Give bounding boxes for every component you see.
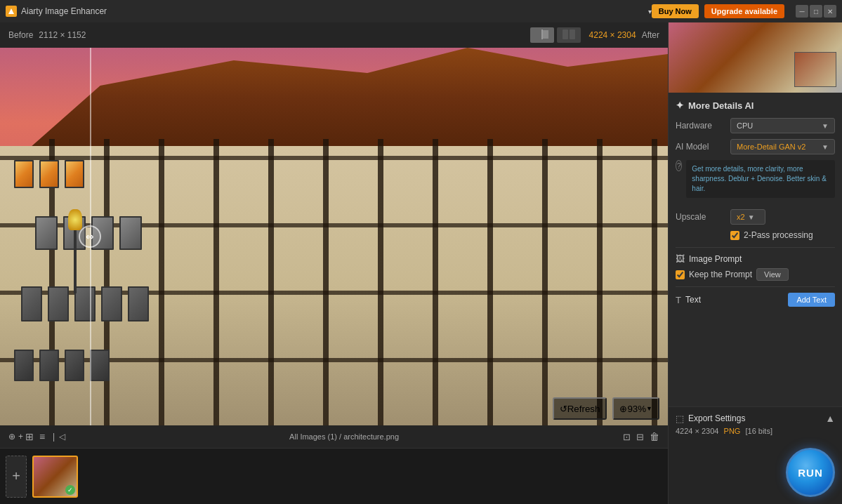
window bbox=[21, 286, 42, 321]
sparkle-icon: ✦ bbox=[676, 100, 684, 111]
image-slider-divider: ⇔ bbox=[90, 48, 91, 425]
refresh-button[interactable]: ↺ Refresh bbox=[553, 397, 607, 420]
window bbox=[128, 286, 149, 321]
run-button[interactable]: RUN bbox=[786, 448, 835, 497]
view-toggle-group bbox=[530, 27, 581, 43]
split-view-button[interactable] bbox=[530, 27, 554, 43]
main-area: Before 2112 × 1152 4224 × 2304 After bbox=[0, 22, 842, 504]
plus-icon: ⊕ bbox=[8, 432, 15, 442]
run-section: RUN bbox=[669, 441, 842, 504]
divider-2 bbox=[676, 286, 835, 287]
minimize-button[interactable]: ─ bbox=[796, 5, 808, 18]
right-icons: ⊡ ⊟ 🗑 bbox=[623, 431, 659, 442]
zoom-button[interactable]: ⊕ 93% ▼ bbox=[612, 397, 659, 420]
delete-icon[interactable]: 🗑 bbox=[650, 431, 659, 442]
svg-rect-4 bbox=[563, 29, 568, 39]
grid-view-button[interactable]: ⊞ bbox=[23, 430, 36, 443]
svg-rect-2 bbox=[543, 30, 548, 39]
buy-now-button[interactable]: Buy Now bbox=[652, 4, 699, 18]
check-badge: ✓ bbox=[65, 485, 75, 495]
window bbox=[119, 216, 142, 250]
windows-row-1 bbox=[14, 160, 84, 188]
before-label: Before bbox=[8, 30, 33, 40]
canvas-bottombar: ⊕ + ⊞ ≡ | ◁ All Images (1) / architectur… bbox=[0, 425, 668, 448]
add-button[interactable]: ⊕ + bbox=[8, 432, 23, 442]
fit-view-button[interactable]: ⊡ bbox=[623, 432, 631, 442]
text-title: Text bbox=[685, 295, 701, 305]
ai-model-select[interactable]: More-Detail GAN v2 ▼ bbox=[730, 139, 835, 154]
view-prompt-button[interactable]: View bbox=[756, 268, 789, 281]
upgrade-button[interactable]: Upgrade available bbox=[704, 4, 784, 18]
window bbox=[14, 350, 34, 381]
preview-thumbnail bbox=[669, 22, 842, 93]
two-pass-label: 2-Pass processing bbox=[744, 230, 813, 240]
upscale-select[interactable]: x2 ▼ bbox=[730, 209, 765, 225]
ai-model-chevron-icon: ▼ bbox=[822, 143, 829, 151]
window bbox=[101, 286, 122, 321]
building-beams bbox=[0, 139, 668, 425]
export-info: 4224 × 2304 PNG [16 bits] bbox=[676, 427, 835, 435]
file-path: All Images (1) / architecture.png bbox=[65, 432, 623, 441]
window bbox=[35, 216, 58, 250]
refresh-label: Refresh bbox=[567, 404, 600, 414]
model-description: Get more details, more clarity, more sha… bbox=[686, 160, 835, 198]
section-title: More Details AI bbox=[688, 100, 754, 111]
text-section-header: T Text Add Text bbox=[676, 293, 835, 307]
hardware-row: Hardware CPU ▼ bbox=[676, 118, 835, 133]
window bbox=[39, 160, 59, 188]
filmstrip-thumbnail[interactable]: ✓ bbox=[32, 456, 78, 498]
settings-panel: ✦ More Details AI Hardware CPU ▼ AI Mode… bbox=[669, 93, 842, 406]
hardware-chevron-icon: ▼ bbox=[822, 122, 829, 130]
canvas-area: Before 2112 × 1152 4224 × 2304 After bbox=[0, 22, 668, 504]
list-view-button[interactable]: ≡ bbox=[36, 430, 48, 443]
zoom-chevron-icon: ▼ bbox=[646, 405, 652, 412]
keep-prompt-checkbox[interactable] bbox=[676, 270, 685, 279]
canvas-image-container[interactable]: ⇔ ↺ Refresh ⊕ 93% ▼ bbox=[0, 48, 668, 425]
filmstrip-add-button[interactable]: + bbox=[6, 456, 27, 498]
resolution-after: 4224 × 2304 bbox=[589, 30, 636, 40]
ai-model-value: More-Detail GAN v2 bbox=[737, 142, 822, 151]
refresh-icon: ↺ bbox=[560, 404, 567, 414]
titlebar-actions: Buy Now Upgrade available ─ □ ✕ bbox=[652, 4, 836, 18]
canvas-overlay-controls: ↺ Refresh ⊕ 93% ▼ bbox=[553, 397, 659, 420]
help-icon[interactable]: ? bbox=[676, 160, 682, 171]
window bbox=[14, 160, 34, 188]
close-button[interactable]: ✕ bbox=[824, 5, 836, 18]
svg-rect-1 bbox=[536, 30, 541, 39]
export-title: Export Settings bbox=[688, 413, 821, 423]
side-by-side-button[interactable] bbox=[557, 27, 581, 43]
nav-back-icon: ◁ bbox=[59, 432, 65, 442]
right-panel: ✦ More Details AI Hardware CPU ▼ AI Mode… bbox=[668, 22, 842, 504]
hardware-label: Hardware bbox=[676, 121, 725, 131]
window bbox=[74, 286, 96, 321]
export-header: ⬚ Export Settings ▲ bbox=[676, 413, 835, 424]
app-logo bbox=[6, 6, 17, 17]
maximize-button[interactable]: □ bbox=[810, 5, 822, 18]
filmstrip: + ✓ bbox=[0, 448, 668, 504]
image-prompt-header: 🖼 Image Prompt bbox=[676, 253, 835, 264]
windows-row-4 bbox=[14, 350, 110, 381]
actual-size-button[interactable]: ⊟ bbox=[636, 432, 644, 442]
export-icon: ⬚ bbox=[676, 413, 684, 424]
upscale-label: Upscale bbox=[676, 212, 725, 222]
two-pass-checkbox[interactable] bbox=[730, 231, 739, 240]
lamp-post bbox=[74, 209, 77, 293]
window bbox=[65, 350, 84, 381]
image-prompt-title: Image Prompt bbox=[689, 254, 742, 264]
add-text-button[interactable]: Add Text bbox=[788, 293, 835, 307]
export-bits: [16 bits] bbox=[745, 427, 772, 435]
resolution-before: 2112 × 1152 bbox=[39, 30, 529, 40]
slider-handle[interactable]: ⇔ bbox=[79, 225, 101, 248]
two-pass-row: 2-Pass processing bbox=[730, 230, 835, 240]
hardware-select[interactable]: CPU ▼ bbox=[730, 118, 835, 133]
svg-rect-5 bbox=[570, 29, 575, 39]
svg-marker-0 bbox=[8, 8, 14, 14]
window bbox=[90, 350, 110, 381]
export-collapse-button[interactable]: ▲ bbox=[825, 413, 835, 424]
divider-1 bbox=[676, 247, 835, 248]
upscale-value: x2 bbox=[737, 213, 745, 221]
preview-thumb-inner bbox=[794, 52, 836, 87]
window-controls: ─ □ ✕ bbox=[796, 5, 836, 18]
divider-line: | bbox=[53, 432, 55, 442]
ai-model-label: AI Model bbox=[676, 142, 725, 152]
